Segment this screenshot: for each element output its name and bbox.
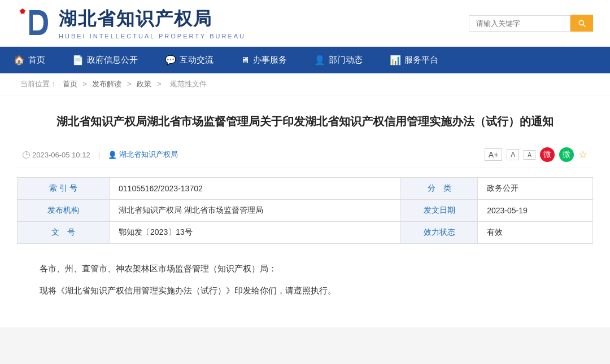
search-icon (577, 19, 586, 28)
article-author: 👤 湖北省知识产权局 (108, 150, 178, 160)
breadcrumb-sep1: > (82, 80, 89, 88)
table-row: 发布机构 湖北省知识产权局 湖北省市场监督管理局 发文日期 2023-05-19 (18, 200, 593, 222)
logo-subtitle: HUBEI INTELLECTUAL PROPERTY BUREAU (59, 33, 246, 40)
value-issuer: 湖北省知识产权局 湖北省市场监督管理局 (110, 200, 401, 222)
page-header: 湖北省知识产权局 HUBEI INTELLECTUAL PROPERTY BUR… (0, 0, 610, 47)
nav-label-service: 办事服务 (253, 55, 287, 65)
nav-item-govinfo[interactable]: 📄 政府信息公开 (59, 47, 151, 73)
platform-icon: 📊 (390, 55, 401, 65)
value-issuedate: 2023-05-19 (478, 200, 593, 222)
search-button[interactable] (570, 15, 593, 32)
govinfo-icon: 📄 (72, 55, 84, 65)
article-body: 各市、州、直管市、神农架林区市场监督管理（知识产权）局： 现将《湖北省知识产权信… (17, 255, 593, 310)
nav-item-dept[interactable]: 👤 部门动态 (300, 47, 376, 73)
breadcrumb-interpretation[interactable]: 发布解读 (92, 80, 121, 88)
nav-item-interaction[interactable]: 💬 互动交流 (151, 47, 227, 73)
search-input[interactable] (469, 15, 570, 32)
breadcrumb-home[interactable]: 首页 (63, 80, 77, 88)
breadcrumb-sep3: > (157, 80, 163, 88)
nav-item-platform[interactable]: 📊 服务平台 (376, 47, 452, 73)
clock-icon (23, 151, 30, 159)
nav-label-interaction: 互动交流 (180, 55, 213, 65)
nav-item-home[interactable]: 🏠 首页 (0, 47, 59, 73)
person-icon: 👤 (108, 151, 117, 159)
logo-icon (17, 6, 52, 41)
value-status: 有效 (478, 222, 593, 244)
breadcrumb: 当前位置： 首页 > 发布解读 > 政策 > 规范性文件 (0, 73, 610, 95)
interaction-icon: 💬 (165, 55, 176, 65)
info-table: 索 引 号 011055162/2023-13702 分 类 政务公开 发布机构… (17, 177, 593, 244)
value-index: 011055162/2023-13702 (110, 178, 401, 200)
home-icon: 🏠 (14, 55, 25, 65)
label-category: 分 类 (401, 178, 478, 200)
value-docnum: 鄂知发〔2023〕13号 (110, 222, 401, 244)
meta-right: A+ A A 微 微 ☆ (485, 147, 587, 162)
logo-title: 湖北省知识产权局 (59, 7, 246, 32)
article-para1: 各市、州、直管市、神农架林区市场监督管理（知识产权）局： (23, 261, 587, 276)
wechat-share-button[interactable]: 微 (559, 147, 574, 162)
nav-label-govinfo: 政府信息公开 (87, 55, 138, 65)
label-docnum: 文 号 (18, 222, 110, 244)
service-icon: 🖥 (241, 55, 250, 65)
font-medium-button[interactable]: A (507, 149, 519, 160)
author-link[interactable]: 湖北省知识产权局 (119, 150, 178, 160)
nav-label-dept: 部门动态 (329, 55, 363, 65)
main-nav: 🏠 首页 📄 政府信息公开 💬 互动交流 🖥 办事服务 👤 部门动态 📊 服务平… (0, 47, 610, 73)
nav-label-platform: 服务平台 (404, 55, 438, 65)
logo-area: 湖北省知识产权局 HUBEI INTELLECTUAL PROPERTY BUR… (17, 6, 246, 41)
nav-label-home: 首页 (28, 55, 45, 65)
logo-text: 湖北省知识产权局 HUBEI INTELLECTUAL PROPERTY BUR… (59, 7, 246, 40)
label-status: 效力状态 (401, 222, 478, 244)
favorite-button[interactable]: ☆ (578, 148, 587, 161)
article-date: 2023-06-05 10:12 (23, 151, 90, 159)
search-area (469, 15, 593, 32)
value-category: 政务公开 (478, 178, 593, 200)
meta-divider: | (98, 151, 100, 159)
label-index: 索 引 号 (18, 178, 110, 200)
article-title: 湖北省知识产权局湖北省市场监督管理局关于印发湖北省知识产权信用管理实施办法（试行… (17, 95, 593, 142)
date-text: 2023-06-05 10:12 (32, 151, 90, 159)
dept-icon: 👤 (314, 55, 325, 65)
breadcrumb-label: 当前位置： (20, 80, 57, 88)
table-row: 索 引 号 011055162/2023-13702 分 类 政务公开 (18, 178, 593, 200)
article-para2: 现将《湖北省知识产权信用管理实施办法（试行）》印发给你们，请遵照执行。 (23, 283, 587, 298)
main-content: 湖北省知识产权局湖北省市场监督管理局关于印发湖北省知识产权信用管理实施办法（试行… (0, 95, 610, 327)
font-small-button[interactable]: A (524, 150, 535, 160)
table-row: 文 号 鄂知发〔2023〕13号 效力状态 有效 (18, 222, 593, 244)
nav-item-service[interactable]: 🖥 办事服务 (227, 47, 300, 73)
font-large-button[interactable]: A+ (485, 148, 503, 161)
breadcrumb-current: 规范性文件 (170, 80, 207, 88)
meta-bar: 2023-06-05 10:12 | 👤 湖北省知识产权局 A+ A A 微 微… (17, 142, 593, 168)
breadcrumb-policy[interactable]: 政策 (137, 80, 151, 88)
weibo-share-button[interactable]: 微 (540, 147, 555, 162)
label-issuedate: 发文日期 (401, 200, 478, 222)
breadcrumb-sep2: > (127, 80, 133, 88)
meta-left: 2023-06-05 10:12 | 👤 湖北省知识产权局 (23, 150, 178, 160)
label-issuer: 发布机构 (18, 200, 110, 222)
